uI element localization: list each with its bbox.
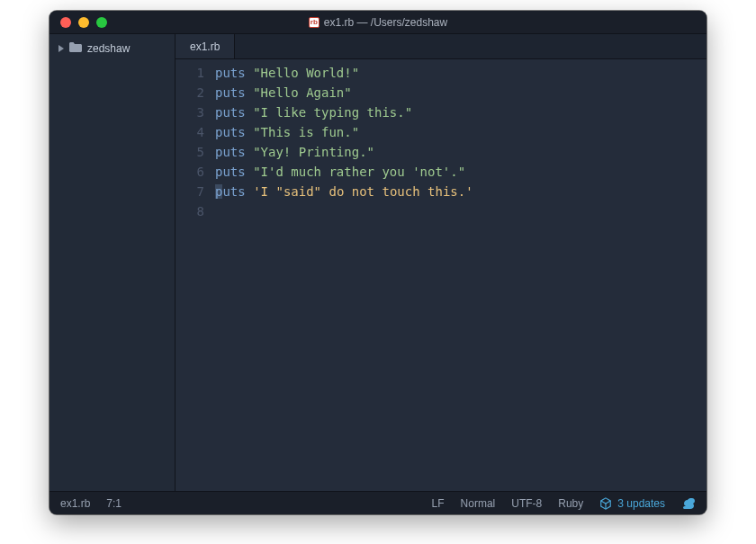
zoom-icon[interactable] — [96, 17, 107, 28]
string-literal: "Hello Again" — [253, 85, 352, 100]
code-line[interactable]: puts "I'd much rather you 'not'." — [215, 162, 706, 182]
tab-ex1[interactable]: ex1.rb — [176, 34, 235, 58]
status-line-ending[interactable]: LF — [432, 497, 445, 510]
tree-root[interactable]: zedshaw — [50, 40, 175, 58]
string-literal: 'I "said" do not touch this.' — [253, 184, 472, 199]
keyword: puts — [215, 105, 246, 120]
minimize-icon[interactable] — [78, 17, 89, 28]
status-bar: ex1.rb 7:1 LF Normal UTF-8 Ruby 3 update… — [50, 491, 706, 514]
code-line[interactable]: puts "Hello World!" — [215, 63, 706, 83]
line-number: 4 — [176, 122, 204, 142]
string-literal: "Yay! Printing." — [253, 145, 374, 159]
title-file: ex1.rb — [324, 16, 354, 29]
tab-bar: ex1.rb — [176, 34, 706, 59]
chevron-right-icon — [58, 45, 64, 52]
title-sep: — — [356, 16, 367, 29]
line-number: 1 — [176, 63, 204, 83]
code-line[interactable]: puts "This is fun." — [215, 122, 706, 142]
code-line[interactable]: puts "Yay! Printing." — [215, 142, 706, 162]
line-number-gutter: 12345678 — [176, 63, 215, 491]
folder-icon — [69, 42, 82, 55]
keyword: puts — [215, 125, 246, 139]
status-updates-label: 3 updates — [617, 497, 665, 510]
code-line[interactable]: puts "I like typing this." — [215, 103, 706, 122]
keyword: puts — [215, 66, 246, 80]
body: zedshaw ex1.rb 12345678 puts "Hello Worl… — [50, 34, 706, 491]
window-title: rb ex1.rb — /Users/zedshaw — [50, 16, 706, 29]
code-editor[interactable]: 12345678 puts "Hello World!"puts "Hello … — [176, 59, 706, 491]
code-line[interactable]: puts 'I "said" do not touch this.' — [215, 182, 706, 201]
editor-window: rb ex1.rb — /Users/zedshaw zedshaw — [50, 11, 706, 514]
string-literal: "I like typing this." — [253, 105, 412, 120]
line-number: 8 — [176, 201, 204, 221]
keyword: puts — [215, 145, 246, 159]
line-number: 7 — [176, 182, 204, 201]
status-cursor[interactable]: 7:1 — [106, 497, 122, 510]
tab-label: ex1.rb — [190, 40, 220, 53]
code-line[interactable]: puts "Hello Again" — [215, 83, 706, 103]
status-encoding[interactable]: UTF-8 — [511, 497, 542, 510]
line-number: 3 — [176, 103, 204, 122]
status-updates[interactable]: 3 updates — [599, 497, 665, 510]
tree-root-label: zedshaw — [87, 42, 130, 55]
title-path: /Users/zedshaw — [371, 16, 447, 29]
keyword: puts — [215, 165, 246, 179]
close-icon[interactable] — [60, 17, 71, 28]
package-icon — [599, 497, 612, 510]
traffic-lights — [60, 17, 107, 28]
keyword: puts — [215, 184, 246, 199]
code-line[interactable] — [215, 201, 706, 221]
line-number: 2 — [176, 83, 204, 103]
status-mode[interactable]: Normal — [461, 497, 496, 510]
string-literal: "I'd much rather you 'not'." — [253, 165, 465, 179]
squirrel-icon[interactable] — [681, 496, 696, 511]
status-filename[interactable]: ex1.rb — [60, 497, 90, 510]
titlebar: rb ex1.rb — /Users/zedshaw — [50, 11, 706, 34]
editor-main: ex1.rb 12345678 puts "Hello World!"puts … — [176, 34, 706, 491]
string-literal: "This is fun." — [253, 125, 359, 139]
status-language[interactable]: Ruby — [558, 497, 583, 510]
keyword: puts — [215, 85, 246, 100]
file-tree-sidebar[interactable]: zedshaw — [50, 34, 176, 491]
line-number: 6 — [176, 162, 204, 182]
line-number: 5 — [176, 142, 204, 162]
string-literal: "Hello World!" — [253, 66, 359, 80]
code-source[interactable]: puts "Hello World!"puts "Hello Again"put… — [215, 63, 706, 491]
ruby-file-icon: rb — [309, 17, 320, 28]
